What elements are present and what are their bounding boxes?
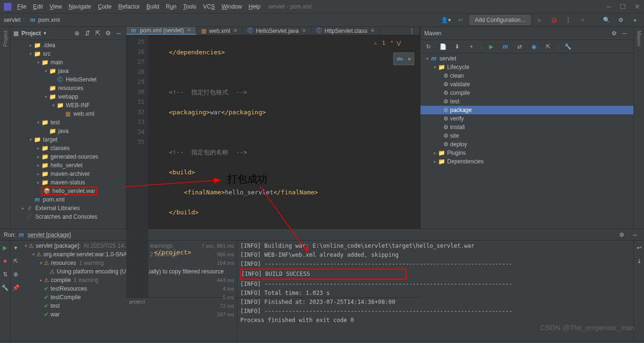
- tree-webxml[interactable]: ▦web.xml: [10, 110, 126, 118]
- close-icon[interactable]: ✕: [233, 28, 237, 34]
- tree-webinf[interactable]: ▾📁WEB-INF: [10, 101, 126, 110]
- collapse-all-icon[interactable]: ⇱: [93, 29, 102, 38]
- user-icon[interactable]: 👤▾: [441, 15, 451, 25]
- close-icon[interactable]: ✕: [187, 27, 191, 33]
- hide-icon[interactable]: ─: [114, 29, 123, 38]
- tree-helloservlet[interactable]: ⒸHelloServlet: [10, 75, 126, 84]
- tree-java[interactable]: ▾📁java: [10, 67, 126, 75]
- tab-more[interactable]: ⋮: [404, 27, 420, 35]
- pin-icon[interactable]: 📌: [10, 282, 21, 293]
- tree-scratch[interactable]: ☄Scratches and Consoles: [10, 212, 126, 221]
- add-icon[interactable]: +: [466, 41, 477, 52]
- back-icon[interactable]: ↩: [455, 15, 466, 25]
- close-icon[interactable]: ✕: [302, 28, 306, 34]
- menu-vcs[interactable]: VCS: [203, 3, 215, 10]
- wrench-icon[interactable]: 🔧: [0, 282, 10, 293]
- menu-build[interactable]: Build: [146, 3, 159, 10]
- collapse-icon[interactable]: ⇱: [10, 256, 21, 266]
- tree-extlib[interactable]: ▸⫽External Libraries: [10, 204, 126, 212]
- menu-window[interactable]: Window: [222, 3, 242, 10]
- maven-tool-button[interactable]: Maven: [636, 30, 642, 46]
- maximize-button[interactable]: ☐: [620, 3, 626, 10]
- tree-mavenarch[interactable]: ▸📁maven-archiver: [10, 170, 126, 178]
- close-icon[interactable]: ✕: [408, 54, 411, 64]
- tree-classes[interactable]: ▸📁classes: [10, 144, 126, 152]
- maven-hint[interactable]: m↻✕: [393, 52, 414, 65]
- maven-deploy[interactable]: ⚙ deploy: [420, 140, 634, 149]
- project-tree[interactable]: ▸📁.idea ▾📁src ▾📁main ▾📁java ⒸHelloServle…: [10, 40, 126, 229]
- breadcrumb-root[interactable]: servlet: [4, 17, 20, 23]
- run-icon[interactable]: ▶: [486, 41, 496, 52]
- tab-web[interactable]: ▦web.xml✕: [196, 27, 243, 35]
- tree-test[interactable]: ▾📁test: [10, 118, 126, 127]
- tree-main[interactable]: ▾📁main: [10, 58, 126, 67]
- tab-pom[interactable]: mpom.xml (servlet)✕: [126, 27, 196, 35]
- close-icon[interactable]: ✕: [370, 28, 375, 34]
- tree-src[interactable]: ▾📁src: [10, 50, 126, 58]
- tab-http[interactable]: ⒸHttpServlet.class✕: [311, 27, 380, 35]
- search-icon[interactable]: 🔍: [601, 15, 612, 25]
- tree-resources[interactable]: 📁resources: [10, 84, 126, 92]
- gear-icon[interactable]: ⚙: [104, 29, 112, 38]
- target-icon[interactable]: ⊕: [10, 269, 21, 280]
- maven-deps[interactable]: ▸📁Dependencies: [420, 157, 634, 166]
- maven-clean[interactable]: ⚙ clean: [420, 71, 634, 80]
- download-icon[interactable]: ⬇: [452, 41, 462, 52]
- maven-test[interactable]: ⚙ test: [420, 97, 634, 106]
- menu-refactor[interactable]: Refactor: [118, 3, 140, 10]
- expand-all-icon[interactable]: ⇵: [83, 29, 92, 38]
- warning-badge[interactable]: ⚠ 1 ^ ⋁: [374, 38, 401, 48]
- menu-tools[interactable]: Tools: [183, 3, 196, 10]
- more-run-icon[interactable]: ⋮: [563, 15, 573, 25]
- run-config[interactable]: servlet [package]: [28, 232, 71, 238]
- run-icon[interactable]: ▶: [534, 15, 545, 25]
- add-configuration-button[interactable]: Add Configuration...: [470, 15, 531, 25]
- gear-icon[interactable]: ⚙: [616, 230, 627, 240]
- scroll-icon[interactable]: ⤓: [634, 256, 644, 266]
- maven-compile[interactable]: ⚙ compile: [420, 89, 634, 97]
- tree-hellosv[interactable]: ▸📁hello_servlet: [10, 161, 126, 170]
- settings-icon[interactable]: ⚙: [615, 15, 626, 25]
- maven-root[interactable]: ▾mservlet: [420, 54, 634, 63]
- gear-icon[interactable]: ⚙: [609, 28, 619, 39]
- menu-run[interactable]: Run: [166, 3, 176, 10]
- maven-lifecycle[interactable]: ▾📁Lifecycle: [420, 63, 634, 71]
- tree-gensrc[interactable]: ▸📁generated-sources: [10, 152, 126, 161]
- tree-target[interactable]: ▾📁target: [10, 135, 126, 144]
- tab-hello[interactable]: ⒸHelloServlet.java✕: [243, 27, 311, 35]
- dropdown-icon[interactable]: ▼: [43, 31, 47, 36]
- soft-wrap-icon[interactable]: ↩: [634, 242, 644, 253]
- stop-icon[interactable]: ■: [577, 15, 588, 25]
- menu-file[interactable]: File: [17, 3, 26, 10]
- menu-edit[interactable]: Edit: [33, 3, 43, 10]
- stop-icon[interactable]: ■: [0, 256, 10, 266]
- filter-icon[interactable]: ⇅: [0, 269, 10, 280]
- maven-verify[interactable]: ⚙ verify: [420, 114, 634, 123]
- generate-icon[interactable]: 📄: [438, 41, 448, 52]
- debug-icon[interactable]: 🐞: [549, 15, 559, 25]
- toggle-icon[interactable]: ⇄: [514, 41, 525, 52]
- tree-pom[interactable]: mpom.xml: [10, 195, 126, 204]
- maven-run-icon[interactable]: m: [500, 41, 511, 52]
- expand-icon[interactable]: ▾: [10, 242, 21, 253]
- tree-idea[interactable]: ▸📁.idea: [10, 41, 126, 50]
- run-test[interactable]: ✔test72 ms: [21, 302, 237, 310]
- tree-war[interactable]: 📦hello_servlet.war: [10, 187, 126, 195]
- maven-validate[interactable]: ⚙ validate: [420, 80, 634, 89]
- hide-icon[interactable]: ─: [630, 230, 640, 240]
- tree-webapp[interactable]: ▾📁webapp: [10, 92, 126, 101]
- wrench-icon[interactable]: 🔧: [562, 41, 573, 52]
- maven-plugins[interactable]: ▸📁Plugins: [420, 149, 634, 157]
- maven-install[interactable]: ⚙ install: [420, 123, 634, 131]
- collapse-icon[interactable]: ⇱: [543, 41, 553, 52]
- hide-icon[interactable]: ─: [619, 28, 630, 39]
- project-title[interactable]: Project: [21, 30, 41, 37]
- menu-code[interactable]: Code: [98, 3, 112, 10]
- breadcrumb-file[interactable]: pom.xml: [38, 17, 60, 23]
- maven-package[interactable]: ⚙ package: [420, 106, 634, 114]
- close-button[interactable]: ✕: [634, 3, 640, 10]
- minimize-button[interactable]: ─: [606, 3, 611, 10]
- offline-icon[interactable]: ◉: [529, 41, 539, 52]
- menu-view[interactable]: View: [50, 3, 62, 10]
- select-opened-icon[interactable]: ⊕: [72, 29, 81, 38]
